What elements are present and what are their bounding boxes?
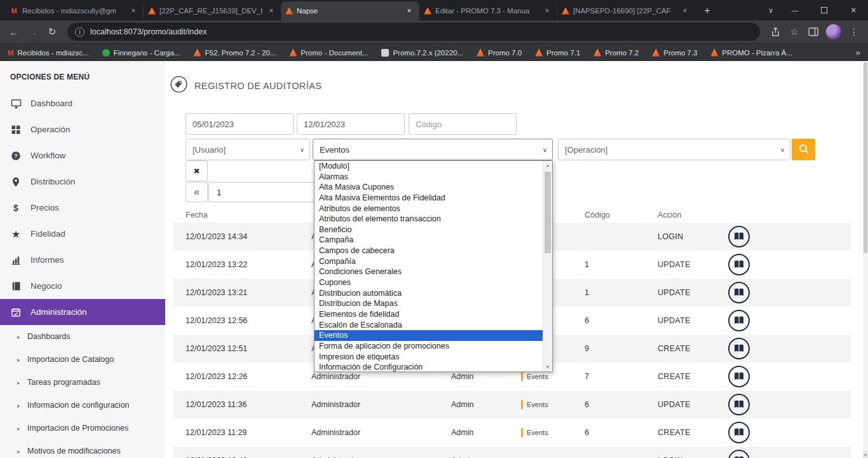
bookmark-item[interactable]: Promo 7.3 — [652, 49, 697, 57]
finnegans-icon — [102, 49, 110, 57]
bookmark-item[interactable]: Promo.7.2.x (20220... — [381, 49, 463, 57]
detail-button[interactable] — [728, 421, 750, 444]
dropdown-option[interactable]: Distribucion de Mapas — [315, 298, 552, 309]
dropdown-option[interactable]: [Modulo] — [315, 161, 552, 172]
dropdown-option[interactable]: Compañía — [315, 256, 552, 267]
detail-button[interactable] — [728, 253, 750, 276]
scrollbar-thumb[interactable] — [864, 62, 867, 253]
date-from-input[interactable] — [186, 113, 294, 135]
dropdown-option[interactable]: Alta Masiva Cupones — [315, 182, 552, 193]
scroll-down-icon[interactable]: ▼ — [543, 363, 552, 371]
address-bar[interactable]: i localhost:8073/promo/audit/index — [67, 23, 760, 41]
search-button[interactable] — [792, 139, 815, 160]
dropdown-option[interactable]: Forma de aplicacion de promociones — [315, 341, 552, 352]
new-tab-button[interactable]: + — [698, 2, 716, 20]
detail-button[interactable] — [728, 309, 750, 332]
usuario-select[interactable]: [Usuario] ∨ — [186, 139, 310, 160]
browser-tab-dev[interactable]: [22P_CAF_RE_J15639]_DEV_P ✕ — [143, 1, 281, 20]
profile-avatar[interactable] — [826, 24, 841, 39]
tab-search-chevron-icon[interactable]: ∨ — [761, 0, 780, 20]
dropdown-option[interactable]: Atributos de elementos — [315, 204, 552, 214]
dropdown-option[interactable]: Alta Masiva Elementos de Fidelidad — [315, 193, 552, 204]
scroll-down-icon[interactable]: ▼ — [863, 452, 868, 458]
sidebar-item-precios[interactable]: $ Precios — [0, 195, 165, 221]
detail-button[interactable] — [728, 281, 750, 304]
detail-button[interactable] — [728, 225, 750, 248]
scroll-up-icon[interactable]: ▲ — [543, 161, 552, 170]
dropdown-option[interactable]: Condiciones Generales — [315, 267, 552, 277]
dropdown-option[interactable]: Beneficio — [315, 225, 552, 235]
sidebar-item-distribucion[interactable]: Distribución — [0, 169, 165, 195]
sidebar-item-operacion[interactable]: Operación — [0, 116, 165, 142]
sidebar-subitem-importacion-catalogo[interactable]: ▸Importacion de Catalogo — [0, 348, 165, 371]
page-number-input[interactable] — [208, 182, 315, 202]
scrollbar-thumb[interactable] — [545, 172, 551, 253]
tab-close-icon[interactable]: ✕ — [542, 6, 552, 16]
sidebar-item-dashboard[interactable]: Dashboard — [0, 90, 165, 116]
sidebar-item-administracion[interactable]: Administración — [0, 299, 165, 325]
side-panel-icon[interactable] — [804, 23, 822, 41]
codigo-input[interactable] — [409, 113, 517, 135]
sidebar-subitem-importacion-promociones[interactable]: ▸Importacion de Promociones — [0, 417, 165, 440]
sidebar-item-negocio[interactable]: Negocio — [0, 273, 165, 299]
bookmark-item[interactable]: F52. Promo 7.2 - 20... — [194, 49, 276, 57]
first-page-button[interactable]: « — [186, 182, 208, 202]
bookmark-item[interactable]: Promo 7.2 — [593, 49, 639, 57]
cell-codigo: 1 — [585, 260, 658, 269]
reload-icon[interactable]: ↻ — [43, 23, 61, 41]
operacion-select[interactable]: [Operación] ∨ — [558, 139, 790, 160]
dropdown-option-selected[interactable]: Eventos — [315, 330, 552, 341]
browser-tab-editar[interactable]: Editar - PROMO 7.3 - Manua ✕ — [419, 1, 557, 20]
detail-button[interactable] — [728, 365, 750, 388]
bookmark-item[interactable]: MRecibidos - mdiazsc... — [8, 49, 89, 57]
sidebar-subitem-informacion-configuracion[interactable]: ▸Informacion de configuracion — [0, 394, 165, 417]
browser-tab-napse-active[interactable]: Napse ✕ — [281, 1, 419, 20]
share-icon[interactable] — [766, 23, 784, 41]
bookmark-item[interactable]: PROMO - Pizarra Á... — [710, 49, 792, 57]
browser-menu-icon[interactable]: ⋮ — [845, 23, 863, 41]
bookmark-item[interactable]: Promo 7.0 — [477, 49, 522, 57]
window-close-button[interactable]: ✕ — [839, 0, 868, 20]
clear-filters-button[interactable]: ✖ — [186, 160, 208, 181]
dropdown-option[interactable]: Campaña — [315, 235, 552, 246]
bookmark-item[interactable]: Finnegans - Carga... — [102, 49, 180, 57]
dropdown-option[interactable]: Alarmas — [315, 172, 552, 183]
back-icon[interactable]: ← — [5, 23, 23, 41]
minimize-button[interactable]: — — [780, 0, 810, 20]
tab-close-icon[interactable]: ✕ — [680, 6, 690, 16]
sidebar-subitem-motivos-modificaciones[interactable]: ▸Motivos de modificaciones — [0, 440, 165, 458]
dropdown-option[interactable]: Información de Configuración — [315, 362, 552, 372]
detail-button[interactable] — [728, 449, 750, 458]
detail-button[interactable] — [728, 393, 750, 416]
dropdown-option[interactable]: Elementos de fidelidad — [315, 309, 552, 320]
bookmark-item[interactable]: Promo - Document... — [289, 49, 368, 57]
maximize-button[interactable] — [810, 0, 839, 20]
browser-tab-jira[interactable]: [NAPSEPD-16690] [22P_CAF ✕ — [557, 1, 695, 20]
dropdown-option[interactable]: Impresion de etiquetas — [315, 352, 552, 363]
bookmark-star-icon[interactable]: ☆ — [785, 23, 803, 41]
sidebar-subitem-tareas-programadas[interactable]: ▸Tareas programadas — [0, 371, 165, 394]
browser-tab-gmail[interactable]: M Recibidos - mdiazscully@gm ✕ — [5, 1, 143, 20]
dropdown-option[interactable]: Cupones — [315, 277, 552, 288]
bookmark-item[interactable]: Promo 7.1 — [535, 49, 580, 57]
detail-button[interactable] — [728, 337, 750, 360]
sidebar-item-informes[interactable]: Informes — [0, 247, 165, 273]
tab-close-icon[interactable]: ✕ — [404, 6, 414, 16]
modulo-select[interactable]: Eventos ∨ — [313, 139, 553, 160]
sidebar-item-fidelidad[interactable]: ★ Fidelidad — [0, 221, 165, 247]
dropdown-option[interactable]: Atributos del elemento transaccion — [315, 214, 552, 225]
page-scrollbar[interactable]: ▼ — [863, 61, 868, 458]
dropdown-option[interactable]: Distribucion automática — [315, 288, 552, 299]
bookmarks-overflow-icon[interactable]: » — [856, 48, 860, 57]
dropdown-scrollbar[interactable]: ▲ ▼ — [543, 161, 552, 371]
tab-close-icon[interactable]: ✕ — [128, 6, 139, 16]
sidebar-subitem-dashboards[interactable]: ▸Dashboards — [0, 325, 165, 348]
forward-icon[interactable]: → — [24, 23, 42, 41]
tab-title: [NAPSEPD-16690] [22P_CAF — [573, 7, 676, 15]
date-to-input[interactable] — [297, 113, 405, 135]
dropdown-option[interactable]: Escalón de Escalonada — [315, 320, 552, 331]
site-info-icon[interactable]: i — [75, 27, 85, 37]
dropdown-option[interactable]: Campos de cabecera — [315, 246, 552, 256]
sidebar-item-workflow[interactable]: ? Workflow — [0, 142, 165, 169]
tab-close-icon[interactable]: ✕ — [266, 6, 276, 16]
